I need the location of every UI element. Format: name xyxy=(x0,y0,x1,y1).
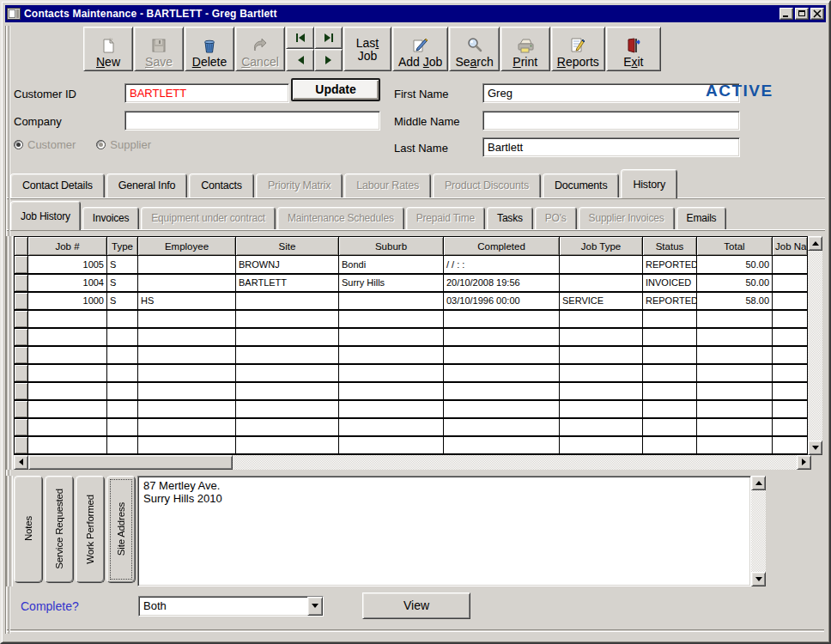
reports-button[interactable]: Reports xyxy=(551,27,605,71)
last-job-button[interactable]: Last Job xyxy=(343,27,391,71)
search-icon xyxy=(466,35,483,56)
notes-vscroll-track[interactable] xyxy=(751,490,766,572)
add-job-button[interactable]: Add Job xyxy=(392,27,448,71)
previous-record-button[interactable] xyxy=(286,49,314,71)
company-input[interactable] xyxy=(124,111,380,131)
tab-contacts[interactable]: Contacts xyxy=(189,173,254,197)
vtab-site-address[interactable]: Site Address xyxy=(106,476,136,583)
grid-left-splitter[interactable] xyxy=(5,236,14,455)
col-job[interactable]: Job # xyxy=(28,237,107,256)
tab-labour-rates: Labour Rates xyxy=(344,173,431,197)
customer-id-label: Customer ID xyxy=(14,88,76,100)
scroll-down-button[interactable] xyxy=(808,440,822,455)
vtab-work-performed[interactable]: Work Performed xyxy=(76,476,105,583)
supplier-radio-label: Supplier xyxy=(110,138,151,151)
complete-filter-combobox[interactable]: Both xyxy=(138,596,324,617)
exit-door-icon xyxy=(625,35,642,56)
job-history-grid: Job # Type Employee Site Suburb Complete… xyxy=(5,236,826,455)
grid-vertical-scrollbar xyxy=(808,236,822,455)
next-record-icon xyxy=(325,56,332,64)
subtab-pos: PO's xyxy=(535,207,577,229)
up-arrow-icon xyxy=(755,481,762,485)
scroll-up-button[interactable] xyxy=(808,236,822,251)
update-button[interactable]: Update xyxy=(291,78,380,101)
delete-button[interactable]: Delete xyxy=(185,27,234,71)
grid-horizontal-scrollbar xyxy=(14,455,811,470)
close-button[interactable] xyxy=(810,8,824,20)
col-status[interactable]: Status xyxy=(643,237,697,256)
notes-left-splitter[interactable] xyxy=(5,476,14,586)
empty-row xyxy=(15,364,808,382)
notes-panel: Notes Service Requested Work Performed S… xyxy=(5,476,826,586)
col-completed[interactable]: Completed xyxy=(444,237,560,256)
report-icon xyxy=(569,35,586,56)
subtab-invoices[interactable]: Invoices xyxy=(82,207,139,229)
last-name-input[interactable] xyxy=(482,137,740,157)
scroll-left-button[interactable] xyxy=(14,455,28,470)
titlebar: Contacts Maintenance - BARTLETT - Greg B… xyxy=(5,5,826,22)
col-total[interactable]: Total xyxy=(697,237,773,256)
close-icon xyxy=(813,9,822,18)
col-job-name[interactable]: Job Name xyxy=(773,237,808,256)
col-site[interactable]: Site xyxy=(236,237,339,256)
site-address-text[interactable]: 87 Mertley Ave. Surry Hills 2010 xyxy=(137,476,751,586)
print-button[interactable]: Print xyxy=(500,27,550,71)
hscroll-thumb[interactable] xyxy=(28,455,233,470)
job-row[interactable]: 1005 S BROWNJ Bondi / / : : REPORTED 50.… xyxy=(15,256,808,274)
job-row[interactable]: 1000 S HS 03/10/1996 00:00 SERVICE REPOR… xyxy=(15,292,808,310)
notes-scroll-down-button[interactable] xyxy=(751,572,766,586)
empty-row xyxy=(15,418,808,436)
row-selector[interactable] xyxy=(15,256,28,274)
vtab-service-requested[interactable]: Service Requested xyxy=(45,476,74,583)
maximize-button[interactable] xyxy=(795,8,809,20)
tab-contact-details[interactable]: Contact Details xyxy=(10,173,105,197)
first-record-button[interactable] xyxy=(286,27,314,49)
save-button: Save xyxy=(134,27,184,71)
job-row[interactable]: 1004 S BARTLETT Surry Hills 20/10/2008 1… xyxy=(15,274,808,292)
right-arrow-icon xyxy=(802,459,806,465)
col-type[interactable]: Type xyxy=(107,237,138,256)
selector-header xyxy=(15,237,28,256)
first-name-input[interactable] xyxy=(482,83,740,103)
notes-scroll-up-button[interactable] xyxy=(751,476,766,490)
col-employee[interactable]: Employee xyxy=(138,237,236,256)
last-record-button[interactable] xyxy=(314,27,343,49)
scrollbar-corner xyxy=(811,455,826,470)
scroll-right-button[interactable] xyxy=(797,455,811,470)
tab-history[interactable]: History xyxy=(621,169,677,198)
undo-icon xyxy=(252,35,269,56)
col-suburb[interactable]: Suburb xyxy=(339,237,444,256)
job-table: Job # Type Employee Site Suburb Complete… xyxy=(14,236,808,455)
subtab-emails[interactable]: Emails xyxy=(676,207,727,229)
subtab-maintenance-schedules: Maintenance Schedules xyxy=(277,207,404,229)
first-name-label: First Name xyxy=(394,88,449,100)
view-button[interactable]: View xyxy=(362,592,470,619)
exit-button[interactable]: Exit xyxy=(606,27,661,71)
minimize-button[interactable] xyxy=(779,8,793,20)
search-button[interactable]: Search xyxy=(449,27,499,71)
new-button[interactable]: New xyxy=(83,27,133,71)
col-job-type[interactable]: Job Type xyxy=(560,237,643,256)
notes-tab-bar: Notes Service Requested Work Performed S… xyxy=(14,476,137,586)
subtab-tasks[interactable]: Tasks xyxy=(487,207,533,229)
left-arrow-icon xyxy=(19,459,23,465)
next-record-button[interactable] xyxy=(314,49,343,71)
subtab-prepaid-time: Prepaid Time xyxy=(406,207,485,229)
add-job-icon xyxy=(411,35,430,56)
combobox-dropdown-button[interactable] xyxy=(307,597,323,616)
combobox-value: Both xyxy=(139,597,307,616)
row-selector[interactable] xyxy=(15,274,28,292)
hscroll-track[interactable] xyxy=(233,455,797,470)
subtab-job-history[interactable]: Job History xyxy=(10,201,81,230)
first-record-icon xyxy=(295,33,306,42)
middle-name-input[interactable] xyxy=(482,111,740,131)
grid-vscroll-track[interactable] xyxy=(808,251,822,440)
row-selector[interactable] xyxy=(15,292,28,310)
table-header-row: Job # Type Employee Site Suburb Complete… xyxy=(15,237,808,256)
customer-id-input[interactable] xyxy=(124,83,289,103)
grid-horizontal-scrollbar-row xyxy=(5,455,826,470)
vtab-notes[interactable]: Notes xyxy=(14,476,43,583)
tab-documents[interactable]: Documents xyxy=(543,173,619,197)
down-arrow-icon xyxy=(812,446,819,450)
tab-general-info[interactable]: General Info xyxy=(106,173,187,197)
